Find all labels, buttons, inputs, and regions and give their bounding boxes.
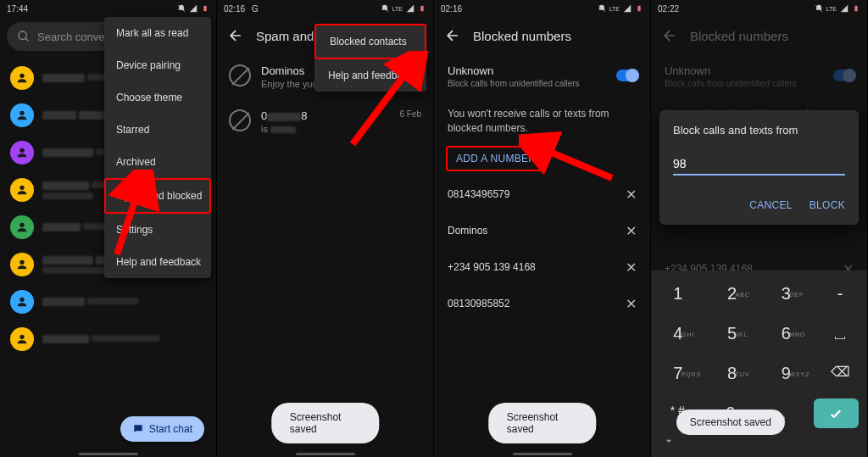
- number-row: +234 905 139 4168✕: [434, 249, 650, 286]
- page-title: Blocked numbers: [690, 29, 788, 43]
- svg-point-10: [19, 298, 24, 302]
- remove-icon[interactable]: ✕: [626, 259, 637, 276]
- block-icon: [229, 109, 251, 131]
- number-list: 08143496579✕ Dominos✕ +234 905 139 4168✕…: [434, 176, 650, 322]
- avatar: [10, 215, 34, 239]
- key-confirm[interactable]: [814, 398, 859, 428]
- key-6[interactable]: 6MNO: [760, 314, 814, 354]
- key-3[interactable]: 3DEF: [760, 274, 814, 314]
- blocked-item[interactable]: 08 is 6 Feb: [217, 99, 433, 144]
- panel-messages-home: 17:44 Search conversati Mark all as read…: [0, 0, 217, 457]
- back-icon: [661, 27, 678, 44]
- avatar: [10, 290, 34, 314]
- svg-rect-1: [203, 6, 206, 12]
- toggle-on[interactable]: [616, 70, 638, 81]
- svg-rect-20: [854, 6, 857, 12]
- back-icon[interactable]: [227, 27, 244, 44]
- key-backspace[interactable]: ⌫: [813, 354, 867, 393]
- svg-point-5: [19, 111, 24, 115]
- svg-point-11: [19, 335, 24, 339]
- number-row: 08130985852✕: [434, 286, 650, 322]
- start-chat-fab[interactable]: Start chat: [120, 416, 204, 442]
- key-dot[interactable]: .: [757, 393, 810, 433]
- menu-blocked-contacts[interactable]: Blocked contacts: [314, 24, 426, 59]
- keypad: 1 2ABC 3DEF - 4GHI 5JKL 6MNO ⎵ 7PQRS 8TU…: [651, 270, 867, 457]
- avatar: [10, 178, 34, 202]
- key-5[interactable]: 5JKL: [705, 314, 760, 354]
- key-1[interactable]: 1: [651, 274, 705, 314]
- svg-point-6: [19, 148, 24, 153]
- nav-bar: [296, 453, 355, 455]
- back-icon[interactable]: [444, 27, 461, 44]
- avatar: [10, 66, 34, 90]
- menu-spam-blocked[interactable]: Spam and blocked: [104, 178, 211, 214]
- number-row: 08143496579✕: [434, 176, 650, 213]
- status-bar: 17:44: [0, 0, 216, 17]
- menu-help[interactable]: Help and feedback: [104, 246, 211, 278]
- menu-help[interactable]: Help and feedback: [314, 59, 426, 92]
- status-icons: LTE: [815, 4, 860, 13]
- app-bar: Blocked numbers: [651, 17, 867, 54]
- description: You won't receive calls or texts from bl…: [434, 98, 650, 141]
- menu-starred[interactable]: Starred: [104, 114, 211, 146]
- app-bar: Blocked numbers: [434, 17, 650, 54]
- status-icons: LTE: [381, 4, 426, 13]
- add-number-button[interactable]: ADD A NUMBER: [446, 146, 546, 171]
- unknown-callers-row[interactable]: Unknown Block calls from unidentified ca…: [434, 54, 650, 98]
- list-item[interactable]: [0, 320, 216, 358]
- remove-icon[interactable]: ✕: [626, 296, 637, 312]
- menu-settings[interactable]: Settings: [104, 214, 211, 246]
- unknown-callers-row: Unknown Block calls from unidentified ca…: [651, 54, 867, 98]
- remove-icon[interactable]: ✕: [626, 187, 637, 203]
- key-4[interactable]: 4GHI: [651, 314, 705, 354]
- phone-input[interactable]: [673, 153, 845, 176]
- status-icons: [177, 4, 209, 13]
- avatar: [10, 141, 34, 164]
- toast: Screenshot saved: [271, 403, 380, 443]
- avatar: [10, 253, 34, 276]
- block-button[interactable]: BLOCK: [810, 199, 845, 211]
- panel-spam-blocked: 02:16G LTE Spam and block Blocked contac…: [217, 0, 434, 457]
- check-icon: [828, 406, 843, 421]
- menu-device-pairing[interactable]: Device pairing: [104, 49, 211, 81]
- avatar: [10, 327, 34, 351]
- svg-line-3: [25, 38, 28, 41]
- key-dash[interactable]: -: [813, 274, 867, 314]
- search-icon: [17, 30, 31, 43]
- nav-bar: [513, 453, 572, 455]
- list-item[interactable]: [0, 283, 216, 320]
- panel-blocked-numbers: 02:16 LTE Blocked numbers Unknown Block …: [434, 0, 651, 457]
- avatar: [10, 103, 34, 127]
- block-icon: [229, 64, 251, 86]
- key-2[interactable]: 2ABC: [705, 274, 760, 314]
- menu-archived[interactable]: Archived: [104, 146, 211, 178]
- status-icons: LTE: [598, 4, 643, 13]
- block-dialog: Block calls and texts from CANCEL BLOCK: [659, 110, 859, 225]
- chat-icon: [132, 423, 144, 435]
- svg-point-8: [19, 223, 24, 227]
- svg-point-4: [19, 74, 24, 78]
- menu-choose-theme[interactable]: Choose theme: [104, 81, 211, 114]
- status-bar: 02:16 LTE: [434, 0, 650, 17]
- menu-mark-all[interactable]: Mark all as read: [104, 17, 211, 49]
- panel-block-dialog: 02:22 LTE Blocked numbers Unknown Block …: [651, 0, 868, 457]
- status-bar: 02:16G LTE: [217, 0, 433, 17]
- key-8[interactable]: 8TUV: [705, 354, 760, 393]
- key-0[interactable]: 0+ Screenshot saved: [704, 393, 758, 433]
- key-space[interactable]: ⎵: [813, 314, 867, 354]
- toggle-on: [833, 70, 855, 81]
- overflow-menu: Mark all as read Device pairing Choose t…: [104, 17, 211, 278]
- page-title: Blocked numbers: [473, 29, 571, 43]
- svg-point-2: [19, 31, 26, 39]
- svg-rect-17: [637, 6, 640, 12]
- key-7[interactable]: 7PQRS: [651, 354, 705, 393]
- svg-point-7: [19, 186, 24, 190]
- cancel-button[interactable]: CANCEL: [749, 199, 792, 211]
- overflow-menu: Blocked contacts Help and feedback: [314, 24, 426, 92]
- svg-rect-14: [420, 6, 423, 12]
- clock: 17:44: [7, 4, 28, 14]
- status-bar: 02:22 LTE: [651, 0, 867, 17]
- chevron-down-icon[interactable]: [663, 435, 675, 447]
- remove-icon[interactable]: ✕: [626, 223, 637, 239]
- key-9[interactable]: 9WXYZ: [760, 354, 814, 393]
